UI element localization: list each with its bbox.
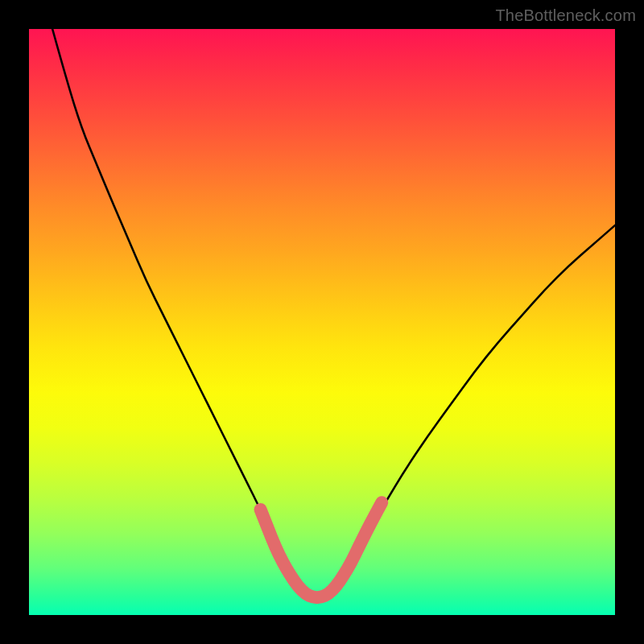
watermark-text: TheBottleneck.com	[495, 6, 636, 25]
plot-area	[29, 29, 615, 615]
chart-svg	[29, 29, 615, 615]
bottleneck-curve	[52, 29, 615, 597]
chart-frame: TheBottleneck.com	[0, 0, 644, 644]
valley-highlight	[261, 502, 382, 597]
